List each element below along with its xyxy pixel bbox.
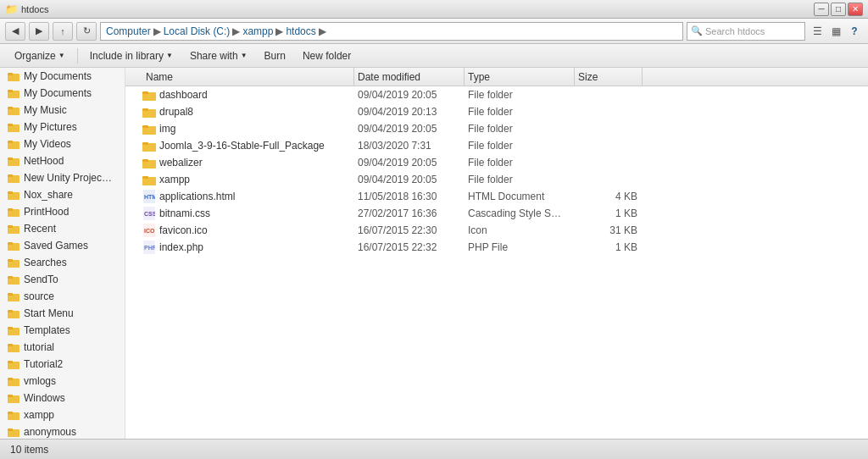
php-file-icon: PHP: [142, 241, 156, 254]
sidebar-item-label: My Documents: [24, 70, 92, 82]
folder-icon: [7, 357, 20, 371]
table-row[interactable]: img09/04/2019 20:05File folder: [125, 120, 868, 137]
toolbar-separator-1: [77, 48, 78, 64]
file-type: HTML Document: [468, 191, 578, 202]
breadcrumb-xampp[interactable]: xampp: [242, 25, 273, 37]
file-name: Joomla_3-9-16-Stable-Full_Package: [159, 140, 358, 152]
sidebar-item-label: Nox_share: [24, 189, 73, 201]
refresh-button[interactable]: ↻: [76, 22, 97, 41]
table-row[interactable]: HTMapplications.html11/05/2018 16:30HTML…: [125, 188, 868, 205]
file-type: File folder: [468, 174, 578, 185]
sidebar-item[interactable]: Searches: [0, 254, 125, 271]
sidebar-item[interactable]: Templates: [0, 322, 125, 339]
col-header-name[interactable]: Name: [142, 68, 354, 86]
up-button[interactable]: ↑: [53, 22, 73, 41]
svg-rect-41: [8, 412, 13, 414]
breadcrumb-bar[interactable]: Computer ▶ Local Disk (C:) ▶ xampp ▶ htd…: [100, 22, 683, 41]
address-bar: ◀ ▶ ↑ ↻ Computer ▶ Local Disk (C:) ▶ xam…: [0, 19, 868, 44]
file-name: webalizer: [159, 157, 358, 169]
sidebar-item-label: source: [24, 290, 54, 302]
table-row[interactable]: webalizer09/04/2019 20:05File folder: [125, 154, 868, 171]
sidebar-item[interactable]: Windows: [0, 390, 125, 406]
sidebar-item[interactable]: Start Menu: [0, 305, 125, 322]
table-row[interactable]: drupal809/04/2019 20:13File folder: [125, 103, 868, 120]
sidebar-item[interactable]: vmlogs: [0, 373, 125, 390]
sidebar-item[interactable]: NetHood: [0, 152, 125, 169]
file-type: File folder: [468, 140, 578, 152]
sidebar-item[interactable]: Recent: [0, 220, 125, 237]
svg-rect-43: [8, 429, 13, 431]
table-row[interactable]: PHPindex.php16/07/2015 22:32PHP File1 KB: [125, 239, 868, 256]
help-button[interactable]: ?: [846, 23, 863, 40]
folder-icon: [7, 425, 20, 439]
burn-button[interactable]: Burn: [257, 47, 293, 65]
table-row[interactable]: xampp09/04/2019 20:05File folder: [125, 171, 868, 188]
view-details-button[interactable]: ▦: [827, 23, 844, 40]
file-type: Cascading Style S…: [468, 207, 578, 219]
sidebar-item[interactable]: Tutorial2: [0, 356, 125, 373]
folder-icon: [7, 103, 20, 117]
folder-icon: [142, 88, 156, 102]
sidebar-item[interactable]: My Documents: [0, 68, 125, 85]
svg-rect-15: [8, 191, 13, 194]
search-placeholder: Search htdocs: [705, 26, 765, 36]
col-header-date[interactable]: Date modified: [354, 68, 465, 86]
sidebar-item[interactable]: My Pictures: [0, 119, 125, 135]
folder-icon: [7, 86, 20, 100]
svg-rect-23: [8, 259, 13, 262]
svg-text:CSS: CSS: [144, 211, 155, 217]
sidebar-item[interactable]: New Unity Projec…: [0, 169, 125, 186]
sidebar-item[interactable]: anonymous: [0, 423, 125, 439]
title-bar-icon: 📁: [5, 3, 18, 15]
search-box[interactable]: 🔍 Search htdocs: [687, 22, 805, 41]
forward-button[interactable]: ▶: [29, 22, 49, 41]
sidebar-item[interactable]: xampp: [0, 406, 125, 423]
maximize-button[interactable]: □: [831, 3, 846, 16]
table-row[interactable]: dashboard09/04/2019 20:05File folder: [125, 86, 868, 103]
table-row[interactable]: CSSbitnami.css27/02/2017 16:36Cascading …: [125, 205, 868, 222]
table-row[interactable]: ICOfavicon.ico16/07/2015 22:30Icon31 KB: [125, 222, 868, 239]
svg-text:PHP: PHP: [144, 245, 155, 251]
file-type: Icon: [468, 224, 578, 236]
col-header-size[interactable]: Size: [575, 68, 643, 86]
breadcrumb-localdisk[interactable]: Local Disk (C:): [164, 25, 231, 37]
toolbar: Organize ▼ Include in library ▼ Share wi…: [0, 44, 868, 68]
sidebar-item-label: PrintHood: [24, 206, 69, 218]
col-header-type[interactable]: Type: [465, 68, 575, 86]
file-name: bitnami.css: [159, 207, 358, 219]
sidebar-item[interactable]: My Videos: [0, 135, 125, 152]
folder-icon: [7, 154, 20, 168]
svg-rect-67: [142, 176, 148, 179]
folder-icon: [7, 408, 20, 422]
sidebar-item[interactable]: SendTo: [0, 271, 125, 288]
sidebar-item[interactable]: My Documents: [0, 85, 125, 102]
sidebar-item-label: tutorial: [24, 341, 54, 353]
html-file-icon: HTM: [142, 190, 156, 203]
breadcrumb-computer[interactable]: Computer: [106, 25, 151, 37]
sidebar-item-label: Recent: [24, 223, 56, 235]
folder-icon: [7, 222, 20, 235]
sidebar-item[interactable]: Saved Games: [0, 237, 125, 254]
svg-rect-9: [8, 141, 13, 143]
main-content: My DocumentsMy DocumentsMy MusicMy Pictu…: [0, 68, 868, 439]
svg-rect-57: [142, 91, 148, 94]
sidebar-item[interactable]: source: [0, 288, 125, 305]
share-with-button[interactable]: Share with ▼: [182, 47, 255, 65]
folder-icon: [142, 105, 156, 119]
new-folder-button[interactable]: New folder: [295, 47, 359, 65]
close-button[interactable]: ✕: [848, 3, 863, 16]
sidebar-item[interactable]: Nox_share: [0, 186, 125, 203]
back-button[interactable]: ◀: [5, 22, 25, 41]
table-row[interactable]: Joomla_3-9-16-Stable-Full_Package18/03/2…: [125, 137, 868, 154]
include-in-library-button[interactable]: Include in library ▼: [82, 47, 181, 65]
sidebar-item[interactable]: tutorial: [0, 339, 125, 356]
sidebar-item[interactable]: PrintHood: [0, 203, 125, 220]
folder-icon: [7, 120, 20, 134]
sidebar-item[interactable]: My Music: [0, 102, 125, 119]
sidebar[interactable]: My DocumentsMy DocumentsMy MusicMy Pictu…: [0, 68, 125, 439]
minimize-button[interactable]: ─: [814, 3, 829, 16]
svg-rect-63: [142, 142, 148, 145]
breadcrumb-htdocs[interactable]: htdocs: [286, 25, 315, 37]
view-change-button[interactable]: ☰: [809, 23, 826, 40]
organize-button[interactable]: Organize ▼: [7, 47, 73, 65]
